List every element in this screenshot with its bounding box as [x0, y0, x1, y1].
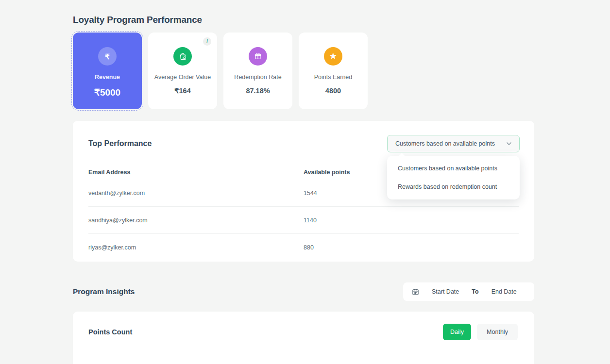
cell-email: riyas@zylker.com: [88, 244, 304, 251]
stat-label: Redemption Rate: [230, 74, 285, 81]
section-title-program-insights: Program Insights: [73, 287, 135, 296]
stat-value: ₹164: [174, 87, 190, 95]
stat-label: Points Earned: [310, 74, 356, 81]
monthly-toggle-button[interactable]: Monthly: [477, 324, 518, 340]
program-insights-header: Program Insights Start Date To End Date: [73, 282, 534, 301]
shopping-bag-icon: [173, 47, 192, 66]
table-row: riyas@zylker.com 880: [88, 234, 519, 261]
page-title: Loyalty Program Performance: [73, 15, 534, 25]
dropdown-options-panel: Customers based on available points Rewa…: [387, 156, 520, 199]
section-title-top-performance: Top Performance: [88, 139, 152, 148]
stats-row: ₹ Revenue ₹5000 i Average Order Value ₹1…: [73, 33, 534, 109]
points-count-card: Points Count Daily Monthly: [73, 312, 534, 364]
cell-email: vedanth@zylker.com: [88, 190, 304, 197]
date-range-picker[interactable]: Start Date To End Date: [403, 282, 534, 301]
interval-toggle-group: Daily Monthly: [443, 324, 518, 340]
column-header-email: Email Address: [88, 169, 304, 176]
main-content: Loyalty Program Performance ₹ Revenue ₹5…: [73, 0, 534, 364]
cell-points: 1140: [304, 217, 519, 224]
end-date-field[interactable]: End Date: [491, 288, 517, 295]
table-row: sandhiya@zylker.com 1140: [88, 207, 519, 234]
performance-filter-dropdown[interactable]: Customers based on available points: [387, 135, 520, 152]
start-date-field[interactable]: Start Date: [432, 288, 459, 295]
stat-value: 87.18%: [246, 87, 270, 95]
top-performance-card: Top Performance Customers based on avail…: [73, 121, 534, 262]
cell-email: sandhiya@zylker.com: [88, 217, 304, 224]
stat-value: ₹5000: [94, 87, 120, 98]
stat-label: Revenue: [91, 74, 124, 81]
daily-toggle-button[interactable]: Daily: [443, 324, 471, 340]
star-icon: ★: [324, 47, 342, 66]
stat-value: 4800: [325, 87, 341, 95]
stat-card-redemption-rate[interactable]: Redemption Rate 87.18%: [223, 33, 292, 109]
date-range-to-label: To: [472, 288, 478, 295]
stat-card-revenue[interactable]: ₹ Revenue ₹5000: [73, 33, 142, 109]
top-performance-header: Top Performance Customers based on avail…: [73, 121, 534, 152]
redeem-gift-icon: [249, 47, 267, 66]
stat-label: Average Order Value: [151, 74, 215, 81]
chevron-down-icon: [507, 142, 511, 146]
stat-card-points-earned[interactable]: ★ Points Earned 4800: [299, 33, 368, 109]
dropdown-option-customers[interactable]: Customers based on available points: [387, 159, 520, 178]
cell-points: 880: [304, 244, 519, 251]
dropdown-selected-label: Customers based on available points: [395, 140, 495, 147]
dropdown-option-rewards[interactable]: Rewards based on redemption count: [387, 178, 520, 196]
rupee-coin-icon: ₹: [98, 47, 117, 66]
star-glyph: ★: [330, 52, 337, 60]
points-count-header: Points Count Daily Monthly: [88, 324, 518, 340]
info-icon[interactable]: i: [203, 37, 211, 46]
stat-card-average-order-value[interactable]: i Average Order Value ₹164: [148, 33, 217, 109]
rupee-glyph: ₹: [105, 53, 110, 60]
section-title-points-count: Points Count: [88, 328, 132, 336]
calendar-icon: [412, 288, 419, 296]
